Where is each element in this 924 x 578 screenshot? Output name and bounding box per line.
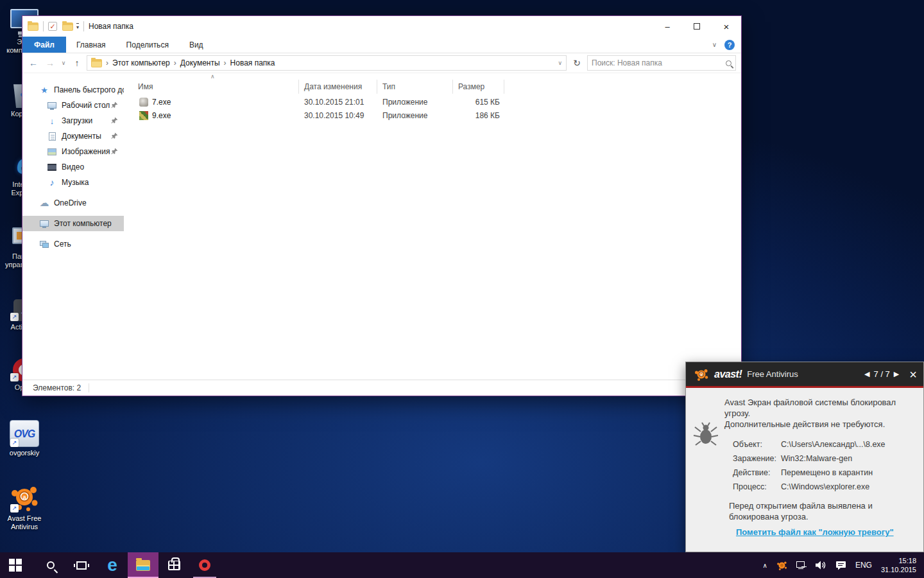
detail-value: C:\Windows\explorer.exe bbox=[781, 482, 869, 491]
file-row[interactable]: 9.exe 30.10.2015 10:49 Приложение 186 КБ bbox=[124, 109, 741, 122]
nav-onedrive[interactable]: ☁ OneDrive bbox=[22, 195, 124, 211]
taskbar-explorer-button[interactable] bbox=[128, 552, 158, 578]
new-folder-icon[interactable] bbox=[62, 22, 73, 31]
refresh-icon[interactable]: ↻ bbox=[569, 58, 585, 68]
computer-icon bbox=[39, 220, 49, 227]
document-icon bbox=[47, 132, 57, 141]
task-view-button[interactable] bbox=[66, 552, 97, 578]
status-bar: Элементов: 2 bbox=[22, 380, 741, 396]
store-icon bbox=[168, 561, 180, 570]
next-alert-icon[interactable]: ▶ bbox=[894, 370, 899, 378]
tab-home[interactable]: Главная bbox=[66, 37, 116, 53]
action-center-icon[interactable] bbox=[835, 560, 846, 570]
taskbar-store-button[interactable] bbox=[158, 552, 189, 578]
nav-item-label: Панель быстрого доступа bbox=[54, 85, 124, 94]
avast-product: Free Antivirus bbox=[747, 369, 798, 379]
language-indicator[interactable]: ENG bbox=[855, 561, 872, 570]
network-icon bbox=[39, 241, 49, 248]
column-header-name[interactable]: Имя bbox=[124, 80, 299, 94]
qat-customize-icon[interactable]: ▾ bbox=[76, 23, 79, 30]
window-folder-icon bbox=[28, 22, 38, 31]
detail-label: Процесс: bbox=[733, 482, 781, 491]
desktop-icon-avast[interactable]: a ↗ Avast Free Antivirus bbox=[0, 480, 49, 531]
file-type: Приложение bbox=[377, 98, 453, 107]
tab-file[interactable]: Файл bbox=[22, 37, 66, 53]
nav-downloads[interactable]: ↓ Загрузки bbox=[22, 113, 124, 128]
properties-icon[interactable]: ✓ bbox=[48, 22, 57, 31]
nav-item-label: Загрузки bbox=[62, 116, 92, 125]
file-list: ∧ Имя Дата изменения Тип Размер 7.exe 30… bbox=[124, 73, 741, 380]
nav-item-label: Изображения bbox=[62, 147, 110, 156]
detail-label: Заражение: bbox=[733, 454, 781, 463]
nav-network[interactable]: Сеть bbox=[22, 236, 124, 252]
desktop-icon-ovgorskiy[interactable]: OVG↗ ovgorskiy bbox=[0, 415, 49, 457]
nav-documents[interactable]: Документы bbox=[22, 128, 124, 144]
close-icon[interactable]: × bbox=[909, 368, 917, 381]
start-button[interactable] bbox=[0, 552, 31, 578]
taskbar-clock[interactable]: 15:18 31.10.2015 bbox=[881, 556, 916, 574]
nav-quick-access[interactable]: ★ Панель быстрого доступа bbox=[22, 82, 124, 98]
close-button[interactable]: × bbox=[712, 16, 741, 37]
taskbar-opera-button[interactable] bbox=[189, 552, 220, 578]
avast-body: Avast Экран файловой системы блокировал … bbox=[686, 388, 923, 552]
tab-share[interactable]: Поделиться bbox=[116, 37, 179, 53]
search-input[interactable] bbox=[592, 58, 726, 67]
forward-button[interactable]: → bbox=[43, 58, 57, 68]
star-icon: ★ bbox=[39, 85, 49, 95]
column-header-date[interactable]: Дата изменения bbox=[299, 80, 377, 94]
volume-icon[interactable] bbox=[815, 560, 826, 570]
detail-value: C:\Users\Александр\...\8.exe bbox=[781, 440, 886, 449]
help-icon[interactable]: ? bbox=[724, 40, 735, 50]
opera-icon bbox=[199, 559, 210, 571]
taskbar-edge-button[interactable]: e bbox=[97, 552, 128, 578]
expand-ribbon-icon[interactable]: ∨ bbox=[712, 41, 717, 48]
search-icon[interactable] bbox=[726, 60, 732, 66]
breadcrumb-separator: › bbox=[224, 58, 227, 67]
up-button[interactable]: ↑ bbox=[70, 58, 84, 68]
avast-tray-icon[interactable] bbox=[776, 560, 787, 571]
network-tray-icon[interactable] bbox=[796, 561, 806, 569]
column-header-size[interactable]: Размер bbox=[453, 80, 504, 94]
breadcrumb-new-folder[interactable]: Новая папка bbox=[230, 58, 275, 67]
taskbar: e ∧ ENG 15:18 31.10.2015 bbox=[0, 552, 924, 578]
taskbar-search-button[interactable] bbox=[35, 552, 66, 578]
detail-label: Объект: bbox=[733, 440, 781, 449]
pin-icon bbox=[111, 132, 118, 139]
breadcrumb-this-pc[interactable]: Этот компьютер bbox=[112, 58, 170, 67]
file-row[interactable]: 7.exe 30.10.2015 21:01 Приложение 615 КБ bbox=[124, 95, 741, 109]
breadcrumb-separator: › bbox=[106, 58, 108, 67]
nav-videos[interactable]: Видео bbox=[22, 159, 124, 175]
nav-item-label: Этот компьютер bbox=[54, 219, 112, 228]
nav-desktop[interactable]: Рабочий стол bbox=[22, 98, 124, 113]
alert-pager: 7 / 7 bbox=[874, 369, 890, 379]
sort-ascending-icon[interactable]: ∧ bbox=[210, 73, 215, 80]
divider bbox=[89, 383, 89, 392]
alert-message: Avast Экран файловой системы блокировал … bbox=[724, 397, 899, 419]
shortcut-arrow-icon: ↗ bbox=[10, 439, 19, 447]
nav-this-pc[interactable]: Этот компьютер bbox=[22, 216, 124, 231]
false-positive-link[interactable]: Пометить файл как "ложную тревогу" bbox=[736, 527, 914, 537]
recent-locations-icon[interactable]: ∨ bbox=[60, 60, 67, 66]
navigation-pane: ★ Панель быстрого доступа Рабочий стол ↓… bbox=[22, 73, 124, 380]
breadcrumb-documents[interactable]: Документы bbox=[180, 58, 220, 67]
tray-expand-icon[interactable]: ∧ bbox=[763, 562, 767, 569]
nav-item-label: Сеть bbox=[54, 240, 71, 249]
file-type: Приложение bbox=[377, 111, 453, 120]
breadcrumb[interactable]: › Этот компьютер › Документы › Новая пап… bbox=[87, 55, 567, 71]
ribbon-tabs: Файл Главная Поделиться Вид ∨ ? bbox=[22, 37, 741, 53]
back-button[interactable]: ← bbox=[26, 58, 40, 68]
tab-view[interactable]: Вид bbox=[179, 37, 214, 53]
nav-music[interactable]: ♪ Музыка bbox=[22, 175, 124, 190]
minimize-button[interactable]: – bbox=[653, 16, 682, 37]
breadcrumb-separator: › bbox=[174, 58, 176, 67]
address-dropdown-icon[interactable]: ∨ bbox=[558, 60, 562, 66]
file-date: 30.10.2015 21:01 bbox=[299, 98, 377, 107]
column-header-type[interactable]: Тип bbox=[377, 80, 453, 94]
nav-item-label: Музыка bbox=[62, 178, 89, 187]
bug-icon bbox=[692, 421, 718, 447]
previous-alert-icon[interactable]: ◀ bbox=[864, 370, 869, 378]
title-bar[interactable]: ✓ ▾ Новая папка – × bbox=[22, 16, 741, 37]
search-box bbox=[587, 55, 736, 71]
nav-pictures[interactable]: Изображения bbox=[22, 144, 124, 159]
maximize-button[interactable] bbox=[682, 16, 712, 37]
